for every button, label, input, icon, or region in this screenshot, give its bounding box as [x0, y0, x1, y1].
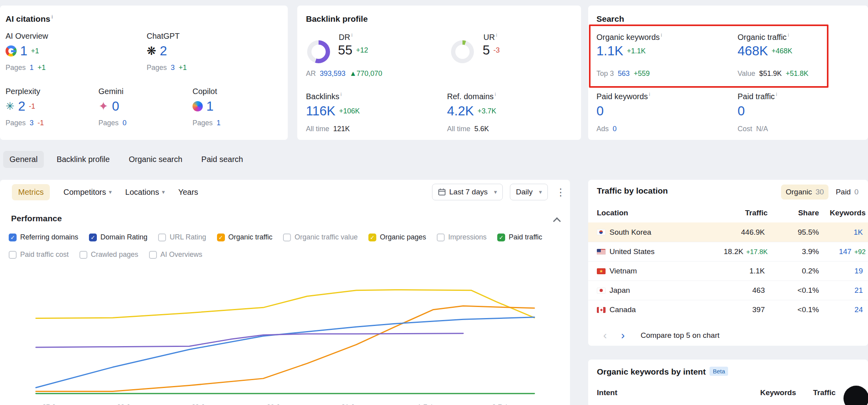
- keywords-link[interactable]: 1K: [854, 228, 863, 236]
- share-value: 0.2%: [768, 267, 819, 275]
- traffic-value: 18.2K: [724, 247, 743, 256]
- citations-value[interactable]: 0: [112, 100, 119, 113]
- info-icon[interactable]: [776, 92, 777, 97]
- tab-paid-search[interactable]: Paid search: [195, 151, 249, 168]
- citations-value[interactable]: 2: [18, 100, 25, 113]
- organic-toggle-label: Organic: [786, 188, 812, 196]
- keywords-link[interactable]: 21: [855, 286, 863, 294]
- metric-checkbox[interactable]: [368, 234, 376, 241]
- col-keywords: Keywords: [819, 209, 866, 217]
- locations-dropdown[interactable]: Locations: [125, 188, 165, 197]
- next-page-icon[interactable]: [621, 330, 625, 341]
- tab-backlink-profile[interactable]: Backlink profile: [50, 151, 116, 168]
- competitors-dropdown[interactable]: Competitors: [63, 188, 111, 197]
- card-title: AI citations: [6, 14, 50, 23]
- metric-toggle[interactable]: AI Overviews: [149, 251, 202, 259]
- pages-value[interactable]: 1: [30, 64, 34, 72]
- country-name: South Korea: [609, 228, 651, 237]
- metric-toggle[interactable]: Referring domains: [9, 233, 78, 241]
- location-row[interactable]: Canada 397 <0.1% 24: [588, 300, 868, 319]
- metric-checkbox[interactable]: [89, 234, 97, 241]
- pages-value[interactable]: 0: [123, 119, 126, 127]
- organic-traffic-value[interactable]: 468K: [738, 44, 768, 58]
- metric-toggle[interactable]: Organic pages: [368, 233, 426, 241]
- metric-checkbox[interactable]: [79, 251, 87, 259]
- info-icon[interactable]: [649, 92, 650, 97]
- card-title: Traffic by location: [597, 186, 668, 196]
- backlinks-value[interactable]: 116K: [306, 104, 336, 118]
- prev-page-icon[interactable]: [603, 330, 607, 341]
- location-row[interactable]: South Korea 446.9K 95.5% 1K: [588, 222, 868, 242]
- ar-value[interactable]: 393,593: [320, 70, 345, 77]
- pages-label: Pages: [192, 119, 213, 127]
- granularity-selector[interactable]: Daily: [510, 184, 548, 200]
- metric-toggle[interactable]: URL Rating: [158, 233, 206, 241]
- info-icon[interactable]: [661, 32, 662, 38]
- organic-keywords-value[interactable]: 1.1K: [596, 44, 623, 58]
- metric-checkbox[interactable]: [158, 234, 166, 241]
- collapse-chevron-icon[interactable]: [553, 217, 561, 225]
- citations-value[interactable]: 2: [160, 44, 167, 58]
- metric-checkbox[interactable]: [9, 234, 17, 241]
- pages-value[interactable]: 3: [171, 64, 175, 72]
- metric-checkbox[interactable]: [9, 251, 17, 259]
- pages-value[interactable]: 3: [30, 119, 34, 127]
- info-icon[interactable]: [788, 32, 789, 38]
- metric-toggle[interactable]: Crawled pages: [79, 251, 138, 259]
- citations-value[interactable]: 1: [20, 44, 27, 58]
- info-icon[interactable]: [495, 92, 496, 97]
- metric-toggle[interactable]: Organic traffic: [217, 233, 273, 241]
- pages-delta: +1: [38, 64, 46, 72]
- more-options-icon[interactable]: [556, 187, 564, 197]
- organic-paid-toggle: Organic 30 Paid 0: [781, 185, 863, 200]
- metric-checkbox[interactable]: [217, 234, 225, 241]
- keywords-link[interactable]: 147: [839, 247, 851, 256]
- metric-checkbox[interactable]: [437, 234, 445, 241]
- ar-delta: ▲770,070: [349, 70, 382, 77]
- share-value: <0.1%: [768, 305, 819, 314]
- platform-name: Perplexity: [6, 87, 46, 96]
- organic-toggle[interactable]: Organic 30: [781, 185, 829, 200]
- ads-value[interactable]: 0: [613, 125, 617, 133]
- country-name: Vietnam: [609, 267, 637, 275]
- date-range-selector[interactable]: Last 7 days: [432, 184, 503, 200]
- metric-label: Referring domains: [20, 233, 78, 241]
- pages-value[interactable]: 1: [217, 119, 221, 127]
- location-row[interactable]: Japan 463 <0.1% 21: [588, 281, 868, 300]
- metric-checkbox[interactable]: [497, 234, 505, 241]
- info-icon[interactable]: [351, 32, 353, 38]
- citations-value[interactable]: 1: [206, 100, 213, 113]
- tab-organic-search[interactable]: Organic search: [123, 151, 189, 168]
- top3-value[interactable]: 563: [618, 70, 630, 77]
- tab-general[interactable]: General: [3, 151, 44, 168]
- metric-label: Organic traffic value: [294, 233, 358, 241]
- metric-toggle[interactable]: Organic traffic value: [283, 233, 358, 241]
- value-label: Value: [738, 70, 755, 77]
- compare-top5-label: Compare top 5 on chart: [641, 331, 720, 340]
- paid-count: 0: [854, 188, 859, 196]
- traffic-value: 463: [752, 286, 765, 294]
- metric-toggle[interactable]: Paid traffic cost: [9, 251, 69, 259]
- keywords-link[interactable]: 24: [855, 305, 863, 314]
- paid-traffic-value[interactable]: 0: [738, 104, 745, 118]
- location-row[interactable]: Vietnam 1.1K 0.2% 19: [588, 261, 868, 281]
- paid-keywords-value[interactable]: 0: [596, 104, 604, 118]
- info-icon[interactable]: [496, 32, 497, 38]
- paid-toggle[interactable]: Paid 0: [831, 185, 863, 200]
- ref-domains-delta: +3.7K: [477, 107, 496, 115]
- metric-checkbox[interactable]: [149, 251, 157, 259]
- metrics-button[interactable]: Metrics: [12, 184, 50, 200]
- pages-delta: -1: [38, 119, 44, 127]
- metric-toggle[interactable]: Paid traffic: [497, 233, 542, 241]
- ref-domains-value[interactable]: 4.2K: [447, 104, 474, 118]
- keywords-link[interactable]: 19: [855, 267, 863, 275]
- metric-checkbox[interactable]: [283, 234, 291, 241]
- metric-toggle[interactable]: Domain Rating: [89, 233, 147, 241]
- metric-toggle[interactable]: Impressions: [437, 233, 487, 241]
- location-table-header: Location Traffic Share Keywords: [588, 205, 868, 221]
- info-icon[interactable]: [340, 92, 342, 97]
- location-row[interactable]: United States 18.2K+17.8K 3.9% 147+92: [588, 242, 868, 261]
- info-icon[interactable]: [51, 14, 53, 20]
- google-icon: [6, 45, 17, 57]
- years-button[interactable]: Years: [178, 188, 198, 197]
